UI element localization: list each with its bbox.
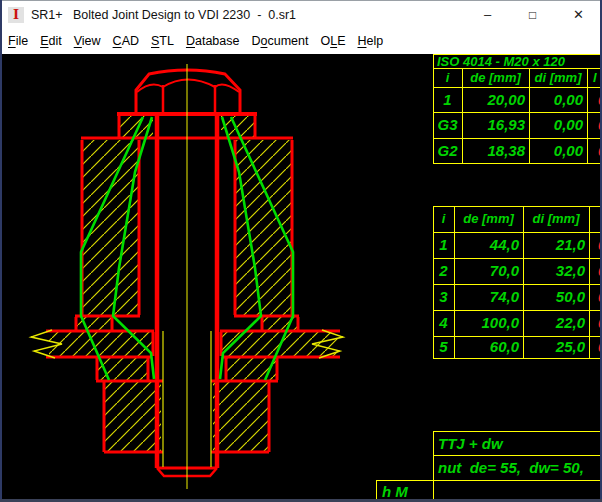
minimize-button[interactable]: – xyxy=(465,1,510,29)
bolt-row-di: 0,00 xyxy=(529,88,583,112)
window-title: SR1+ Bolted Joint Design to VDI 2230 - 0… xyxy=(31,8,296,22)
menu-document[interactable]: Document xyxy=(245,34,314,48)
menu-stl[interactable]: STL xyxy=(145,34,180,48)
layers-header-di: di [mm] xyxy=(523,208,589,230)
menu-edit[interactable]: Edit xyxy=(34,34,68,48)
note-nut-line: nut de= 55, dw= 50, xyxy=(438,456,584,480)
layer-row-de: 44,0 xyxy=(454,233,519,257)
menu-database[interactable]: Database xyxy=(180,34,246,48)
window-border-left xyxy=(0,0,2,502)
menu-view[interactable]: View xyxy=(68,34,107,48)
layer-row-di: 21,0 xyxy=(523,233,585,257)
layer-row-de: 100,0 xyxy=(454,311,519,335)
layer-row-i: 1 xyxy=(433,233,454,257)
bolt-row-de: 20,00 xyxy=(462,88,525,112)
bolt-table-header-extra: l xyxy=(593,70,597,86)
bolt-row-di: 0,00 xyxy=(529,139,583,163)
title-bar: I SR1+ Bolted Joint Design to VDI 2230 -… xyxy=(0,0,602,28)
menu-bar: File Edit View CAD STL Database Document… xyxy=(0,28,602,54)
app-icon[interactable]: I xyxy=(8,7,24,23)
layer-row-i: 4 xyxy=(433,311,454,335)
bolt-row-de: 18,38 xyxy=(462,139,525,163)
layers-header-i: i xyxy=(433,208,454,230)
maximize-button[interactable]: □ xyxy=(510,1,555,29)
bolt-table-title: ISO 4014 - M20 x 120 xyxy=(437,55,565,68)
bolt-row-i: G3 xyxy=(433,113,462,137)
menu-ole[interactable]: OLE xyxy=(314,34,351,48)
menu-cad[interactable]: CAD xyxy=(107,34,145,48)
layer-row-de: 74,0 xyxy=(454,285,519,309)
layer-row-di: 22,0 xyxy=(523,311,585,335)
layer-row-i: 3 xyxy=(433,285,454,309)
layer-row-di: 32,0 xyxy=(523,259,585,283)
close-button[interactable]: ✕ xyxy=(556,1,601,29)
menu-file[interactable]: File xyxy=(2,34,34,48)
layer-row-de: 60,0 xyxy=(454,336,519,358)
layer-row-i: 5 xyxy=(433,336,454,358)
menu-help[interactable]: Help xyxy=(351,34,389,48)
bolt-row-i: 1 xyxy=(433,88,462,112)
bolt-table-header-i: i xyxy=(433,70,462,86)
bolt-table-header-de: de [mm] xyxy=(462,70,529,86)
note-joint-type: TTJ + dw xyxy=(438,432,503,455)
bolt-row-de: 16,93 xyxy=(462,113,525,137)
layer-row-de: 70,0 xyxy=(454,259,519,283)
layer-row-di: 25,0 xyxy=(523,336,585,358)
layer-row-di: 50,0 xyxy=(523,285,585,309)
layer-row-i: 2 xyxy=(433,259,454,283)
bolt-table-header-di: di [mm] xyxy=(529,70,587,86)
layers-header-de: de [mm] xyxy=(454,208,523,230)
bolt-row-di: 0,00 xyxy=(529,113,583,137)
bolt-row-i: G2 xyxy=(433,139,462,163)
